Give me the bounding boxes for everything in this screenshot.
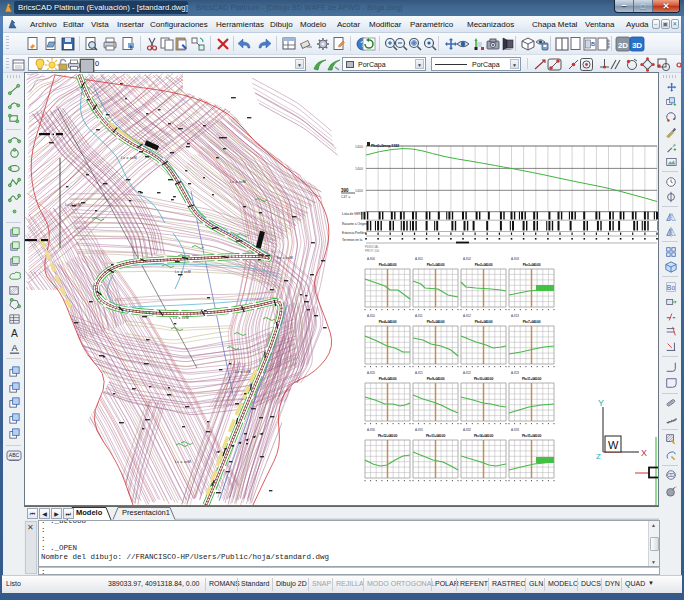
svg-text:ABC: ABC (9, 452, 20, 458)
svg-text:2D: 2D (618, 41, 628, 50)
svg-text:Lx a xxM: Lx a xxM (230, 180, 246, 184)
svg-text:C47 =: C47 = (341, 195, 350, 199)
svg-text:Pk=5+040.00: Pk=5+040.00 (427, 320, 445, 324)
svg-text:Pk=0+040.00: Pk=0+040.00 (379, 263, 397, 267)
svg-text:Z: Z (596, 452, 601, 461)
svg-text:A-812: A-812 (463, 314, 471, 318)
svg-text:A-832: A-832 (463, 428, 471, 432)
svg-text:Lx a xxM: Lx a xxM (235, 370, 251, 374)
svg-text:Bo: Bo (667, 284, 676, 291)
svg-text:Lx a xxM: Lx a xxM (65, 203, 81, 207)
svg-text:A-813: A-813 (511, 314, 519, 318)
svg-text:A-822: A-822 (463, 371, 471, 375)
svg-text:Pk=7+040.00: Pk=7+040.00 (523, 320, 541, 324)
svg-text:A-830: A-830 (367, 428, 375, 432)
svg-text:Lx a xxM: Lx a xxM (173, 316, 189, 320)
svg-text:Lx a xxM: Lx a xxM (175, 460, 191, 464)
svg-text:Lx a xxM: Lx a xxM (121, 156, 137, 160)
svg-text:A-820: A-820 (367, 371, 375, 375)
svg-text:1400: 1400 (355, 167, 363, 171)
svg-text:Pk=6+040.00: Pk=6+040.00 (475, 320, 493, 324)
svg-text:1400: 1400 (355, 145, 363, 149)
svg-text:Estancia Perfiles: Estancia Perfiles (342, 231, 366, 235)
svg-text:Lx a xxM: Lx a xxM (175, 270, 191, 274)
svg-text:Terrenos en la: Terrenos en la (342, 238, 362, 242)
svg-text:PROY 100: PROY 100 (365, 249, 380, 253)
svg-text:A-810: A-810 (367, 314, 375, 318)
svg-text:W: W (608, 439, 619, 451)
svg-text:Pk=15+040.00: Pk=15+040.00 (522, 434, 542, 438)
svg-text:Lx a xxM: Lx a xxM (277, 256, 293, 260)
svg-text:Pk=11+040.00: Pk=11+040.00 (522, 377, 541, 381)
svg-text:A-802: A-802 (463, 257, 471, 261)
svg-text:A-801: A-801 (415, 257, 423, 261)
svg-text:Pk=3+040.00: Pk=3+040.00 (523, 263, 541, 267)
svg-text:A-803: A-803 (511, 257, 519, 261)
svg-text:A-821: A-821 (415, 371, 423, 375)
svg-text:B: B (591, 41, 595, 47)
svg-text:3D: 3D (632, 41, 642, 50)
svg-text:Pk=9+040.00: Pk=9+040.00 (427, 377, 445, 381)
svg-text:390: 390 (341, 188, 349, 193)
svg-text:A-800: A-800 (367, 257, 375, 261)
svg-text:A: A (11, 343, 18, 353)
svg-text:A-833: A-833 (511, 428, 519, 432)
svg-text:Lista de VERTI: Lista de VERTI (342, 212, 363, 216)
svg-text:Pk=8+040.00: Pk=8+040.00 (379, 377, 397, 381)
svg-text:Pk=13+040.00: Pk=13+040.00 (426, 434, 446, 438)
svg-text:Pk=14+040.00: Pk=14+040.00 (474, 434, 494, 438)
svg-text:1400: 1400 (355, 189, 363, 193)
svg-text:Pk=10+040.00: Pk=10+040.00 (474, 377, 494, 381)
svg-text:Pk=2+040.00: Pk=2+040.00 (475, 263, 493, 267)
svg-text:A-811: A-811 (415, 314, 423, 318)
svg-text:X: X (641, 448, 647, 458)
svg-text:A-823: A-823 (511, 371, 519, 375)
svg-text:Y: Y (598, 398, 604, 408)
svg-text:Pk=0+0m=p.1332: Pk=0+0m=p.1332 (371, 144, 399, 148)
svg-text:Pk=12+040.00: Pk=12+040.00 (378, 434, 398, 438)
svg-text:A: A (11, 328, 18, 339)
svg-text:Pk=4+040.00: Pk=4+040.00 (379, 320, 397, 324)
svg-text:A-831: A-831 (415, 428, 423, 432)
svg-text:Pk=1+040.00: Pk=1+040.00 (427, 263, 445, 267)
svg-text:Rasante a Origen: Rasante a Origen (342, 222, 367, 226)
